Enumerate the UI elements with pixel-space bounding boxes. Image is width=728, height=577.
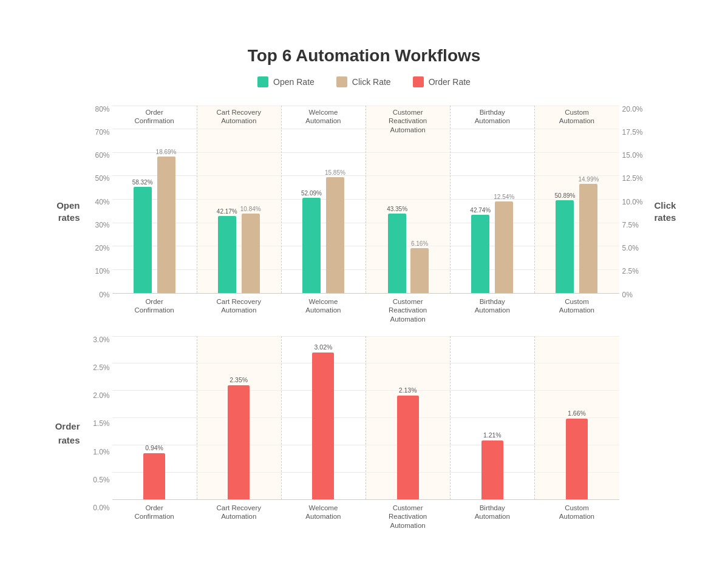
legend-open-rate: Open Rate [257,76,315,87]
open-bar-value-1: 42.17% [217,208,237,215]
order-bar-1 [228,385,250,499]
top-group-label-1: Cart RecoveryAutomation [217,106,262,126]
click-bar-1 [242,214,260,292]
open-bar-4 [471,215,489,292]
open-bar-wrap-5: 50.89% [555,192,576,293]
click-bar-value-3: 6.16% [411,240,428,247]
top-chart-plot: OrderConfirmation58.32%18.69%Cart Recove… [112,106,619,294]
order-bar-wrap-2: 3.02% [312,343,334,499]
click-bar-value-0: 18.69% [156,149,177,155]
top-x-labels: OrderConfirmationCart RecoveryAutomation… [112,295,619,318]
top-bars-container: OrderConfirmation58.32%18.69%Cart Recove… [112,106,619,293]
bottom-bar-group-0: 0.94% [112,336,197,499]
legend-click-rate: Click Rate [336,76,391,87]
open-bar-wrap-0: 58.32% [132,179,153,293]
order-bar-value-4: 1.21% [483,431,502,439]
order-bar-value-2: 3.02% [315,343,333,351]
order-bar-wrap-5: 1.66% [566,410,588,499]
click-bar-2 [326,177,344,292]
top-x-label-3: CustomerReactivationAutomation [366,295,450,318]
top-x-label-1: Cart RecoveryAutomation [197,295,281,318]
top-x-label-0: OrderConfirmation [112,295,197,318]
open-bar-wrap-2: 52.09% [301,190,322,292]
top-bars-row-3: 43.35%6.16% [387,206,429,292]
bottom-x-label-3: CustomerReactivationAutomation [366,501,450,531]
order-bar-wrap-4: 1.21% [481,431,503,499]
bottom-bar-group-4: 1.21% [450,336,534,499]
order-bar-3 [397,396,419,499]
bottom-bar-group-2: 3.02% [281,336,366,499]
open-bar-wrap-1: 42.17% [217,208,237,293]
top-group-label-4: BirthdayAutomation [475,106,510,126]
click-bar-wrap-1: 10.84% [240,206,261,292]
top-bars-row-5: 50.89%14.99% [555,176,599,293]
click-bar-0 [157,157,175,292]
bottom-x-label-4: BirthdayAutomation [450,501,534,531]
top-bar-group-3: CustomerReactivationAutomation43.35%6.16… [366,106,450,293]
top-bars-row-4: 42.74%12.54% [470,194,514,292]
chart-title: Top 6 Automation Workflows [43,46,686,66]
open-bar-value-2: 52.09% [301,190,322,197]
top-bar-group-0: OrderConfirmation58.32%18.69% [112,106,197,293]
order-bar-0 [143,453,165,499]
click-bar-wrap-5: 14.99% [578,176,599,293]
top-group-label-0: OrderConfirmation [134,106,174,126]
click-bar-5 [579,184,597,293]
click-bar-wrap-0: 18.69% [156,149,177,292]
order-bar-wrap-1: 2.35% [228,376,250,499]
chart-container: Top 6 Automation Workflows Open Rate Cli… [30,28,698,550]
open-bar-5 [556,200,574,293]
order-bar-4 [481,440,503,499]
bottom-x-label-5: CustomAutomation [534,501,619,531]
order-bar-5 [566,419,588,499]
bottom-chart-left-axis-label: Orderrates [55,420,80,447]
order-bar-wrap-0: 0.94% [143,444,165,499]
top-group-label-3: CustomerReactivationAutomation [389,106,427,135]
click-bar-value-4: 12.54% [494,194,514,200]
click-bar-wrap-4: 12.54% [494,194,514,292]
bottom-bar-group-3: 2.13% [366,336,450,499]
bottom-x-label-1: Cart RecoveryAutomation [197,501,281,531]
top-bars-row-1: 42.17%10.84% [217,206,261,292]
bottom-x-label-0: OrderConfirmation [112,501,197,531]
top-x-label-5: CustomAutomation [534,295,619,318]
click-bar-wrap-2: 15.85% [325,169,345,292]
click-bar-value-1: 10.84% [240,206,261,212]
open-bar-1 [218,216,236,293]
top-bars-row-2: 52.09%15.85% [301,169,345,292]
order-bar-value-5: 1.66% [568,410,586,417]
top-y-axis-right: 20.0% 17.5% 15.0% 12.5% 10.0% 7.5% 5.0% … [619,106,650,318]
click-bar-4 [495,201,513,292]
top-chart-left-axis-label: Openrates [56,200,80,223]
bottom-x-label-2: WelcomeAutomation [281,501,366,531]
top-bar-group-4: BirthdayAutomation42.74%12.54% [450,106,534,293]
open-bar-wrap-4: 42.74% [470,207,491,292]
click-bar-value-5: 14.99% [578,176,599,183]
top-chart-main: OrderConfirmation58.32%18.69%Cart Recove… [112,106,619,318]
top-bar-group-2: WelcomeAutomation52.09%15.85% [281,106,366,293]
legend-order-rate-label: Order Rate [429,77,471,87]
order-rate-swatch [413,76,424,87]
top-y-axis-left: 80% 70% 60% 50% 40% 30% 20% 10% 0% [85,106,112,318]
top-chart-right-axis-label: Clickrates [655,200,676,223]
top-group-label-5: CustomAutomation [559,106,594,126]
open-rate-swatch [257,76,268,87]
open-bar-2 [302,198,321,292]
bottom-bars-container: 0.94%2.35%3.02%2.13%1.21%1.66% [112,336,619,499]
top-bars-row-0: 58.32%18.69% [132,149,177,292]
open-bar-wrap-3: 43.35% [387,206,407,292]
legend-order-rate: Order Rate [413,76,471,87]
bottom-x-labels: OrderConfirmationCart RecoveryAutomation… [112,501,619,531]
click-bar-wrap-3: 6.16% [410,240,429,293]
open-bar-3 [388,214,406,292]
open-bar-value-5: 50.89% [555,192,576,199]
open-bar-value-4: 42.74% [470,207,491,214]
order-bar-value-3: 2.13% [399,386,417,394]
open-bar-0 [134,187,152,293]
bottom-chart-plot: 0.94%2.35%3.02%2.13%1.21%1.66% [112,336,619,500]
open-bar-value-0: 58.32% [132,179,153,186]
top-group-label-2: WelcomeAutomation [305,106,341,126]
bottom-bar-group-1: 2.35% [197,336,281,499]
top-x-label-4: BirthdayAutomation [450,295,534,318]
click-rate-swatch [336,76,347,87]
